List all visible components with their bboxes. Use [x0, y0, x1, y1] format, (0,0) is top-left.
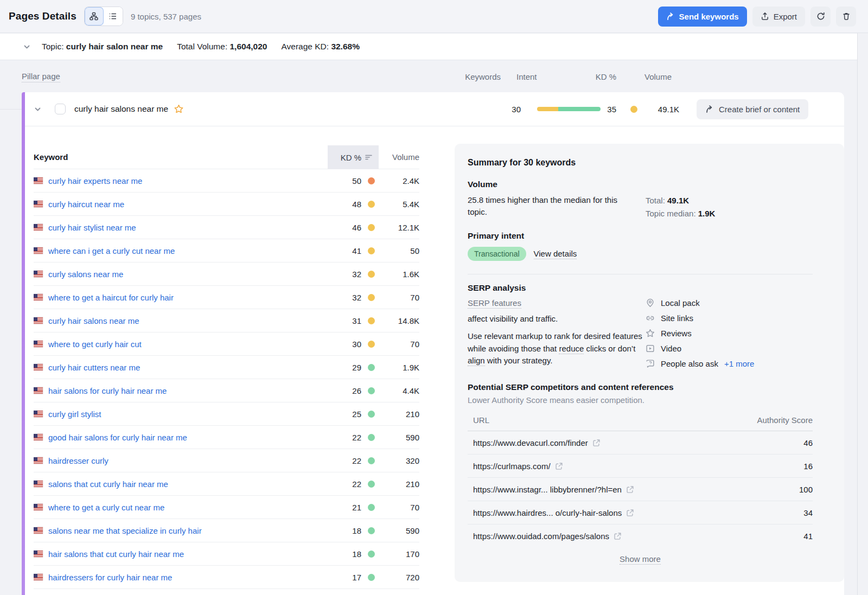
topic-name: Topic: curly hair salon near me	[42, 42, 163, 52]
keyword-row: curly hair cutters near me 29 1.9K	[34, 356, 419, 379]
send-keywords-button[interactable]: Send keywords	[658, 7, 747, 27]
keyword-row: hairdresser curly 22 320	[34, 449, 419, 472]
serp-features-list: Local pack Site links	[646, 283, 813, 368]
keyword-kd-value: 32	[329, 293, 361, 302]
keyword-link[interactable]: where to get a haircut for curly hair	[48, 293, 174, 302]
send-arrow-icon	[705, 105, 714, 113]
pillar-collapse-chevron-icon[interactable]	[34, 105, 42, 113]
kd-dot	[368, 387, 375, 394]
keyword-row: where to get a haircut for curly hair 32…	[34, 286, 419, 309]
topics-summary: 9 topics, 537 pages	[131, 12, 201, 21]
sort-descending-icon	[365, 154, 372, 161]
serp-features-link[interactable]: SERP features	[468, 298, 521, 309]
keyword-link[interactable]: hairdressers for curly hair near me	[48, 573, 172, 582]
view-toggle	[84, 7, 123, 26]
list-view-button[interactable]	[104, 7, 123, 25]
competitors-table-header: URL Authority Score	[468, 415, 813, 431]
competitor-authority-score: 100	[799, 485, 813, 494]
keyword-row: salons that cut curly hair near me 22 21…	[34, 472, 419, 496]
keyword-kd-value: 48	[329, 200, 361, 209]
us-flag-icon	[34, 551, 43, 557]
pillar-row: curly hair salons near me 30 35 49.1K Cr…	[25, 92, 844, 126]
keyword-row: where to get curly hair cut 30 70	[34, 332, 419, 356]
header-volume[interactable]: Volume	[375, 152, 419, 162]
keyword-volume-value: 210	[375, 410, 419, 419]
video-icon	[646, 344, 655, 353]
keyword-link[interactable]: good hair salons for curly hair near me	[48, 433, 187, 442]
header-kd-sort[interactable]: KD %	[328, 145, 379, 169]
competitor-url-link[interactable]: https://curlmaps.com/	[473, 462, 563, 471]
align-link[interactable]: align	[468, 356, 485, 366]
kd-dot	[368, 434, 375, 441]
feature-reviews: Reviews	[646, 329, 813, 338]
pillar-checkbox[interactable]	[55, 104, 66, 114]
refresh-button[interactable]	[810, 7, 831, 27]
column-volume: Volume	[644, 72, 672, 81]
kd-dot	[368, 341, 375, 348]
competitors-table-body: https://www.devacurl.com/finder 46 https…	[468, 431, 813, 548]
serp-paragraph: Use relevant markup to rank for desired …	[468, 330, 642, 367]
kd-dot	[368, 294, 375, 301]
keyword-link[interactable]: curly hair cutters near me	[48, 363, 140, 372]
competitor-row: https://www.devacurl.com/finder 46	[468, 431, 813, 455]
pillar-page-label: Pillar page	[22, 72, 60, 82]
send-arrow-icon	[666, 12, 675, 21]
reduce-link[interactable]: reduce	[559, 344, 584, 354]
keyword-link[interactable]: hairdresser curly	[48, 456, 108, 465]
keyword-link[interactable]: hair salons for curly hair near me	[48, 386, 167, 395]
keyword-volume-value: 12.1K	[375, 223, 419, 232]
us-flag-icon	[34, 387, 43, 394]
pillar-accent-bar	[22, 92, 25, 595]
view-details-link[interactable]: View details	[534, 249, 577, 259]
keyword-volume-value: 320	[375, 456, 419, 465]
keyword-link[interactable]: curly hair experts near me	[48, 176, 142, 185]
delete-button[interactable]	[836, 7, 856, 27]
kd-dot	[368, 271, 375, 278]
reviews-star-icon	[646, 329, 655, 338]
column-keywords: Keywords	[458, 72, 501, 81]
keyword-volume-value: 210	[375, 479, 419, 489]
people-also-ask-icon	[646, 359, 655, 368]
competitor-authority-score: 46	[803, 438, 813, 447]
keyword-volume-value: 590	[375, 526, 419, 535]
keyword-link[interactable]: where can i get a curly cut near me	[48, 246, 175, 255]
keyword-link[interactable]: curly haircut near me	[48, 200, 124, 209]
keyword-link[interactable]: salons near me that specialize in curly …	[48, 526, 202, 535]
keyword-kd-value: 32	[329, 270, 361, 279]
competitor-url-link[interactable]: https://www.ouidad.com/pages/salons	[473, 532, 622, 541]
create-brief-button[interactable]: Create brief or content	[697, 99, 808, 119]
kd-dot	[368, 457, 375, 464]
keyword-link[interactable]: hair salons that cut curly hair near me	[48, 549, 184, 559]
top-bar: Pages Details 9 topics, 537 pages	[0, 0, 868, 33]
competitors-heading: Potential SERP competitors and content r…	[468, 382, 813, 392]
keyword-volume-value: 170	[375, 549, 419, 559]
keyword-link[interactable]: salons that cut curly hair near me	[48, 479, 168, 489]
keyword-link[interactable]: curly hair stylist near me	[48, 223, 136, 232]
keyword-link[interactable]: where to get a curly cut near me	[48, 503, 164, 512]
star-icon[interactable]	[174, 104, 184, 114]
keyword-link[interactable]: where to get curly hair cut	[48, 340, 142, 349]
external-link-icon	[614, 532, 622, 540]
us-flag-icon	[34, 177, 43, 184]
competitor-authority-score: 16	[803, 462, 813, 471]
column-kd: KD %	[584, 72, 616, 81]
us-flag-icon	[34, 481, 43, 487]
tree-view-button[interactable]	[85, 7, 104, 25]
keyword-link[interactable]: curly hair salons near me	[48, 316, 139, 325]
keyword-table-header: Keyword KD % Volume	[34, 145, 419, 169]
topic-collapse-chevron-icon[interactable]	[23, 43, 31, 51]
export-button[interactable]: Export	[752, 7, 805, 27]
pillar-title[interactable]: curly hair salons near me	[74, 104, 168, 114]
competitor-url-link[interactable]: https://www.hairdres... o/curly-hair-sal…	[473, 508, 634, 517]
more-features-link[interactable]: +1 more	[724, 359, 754, 368]
keyword-link[interactable]: curly salons near me	[48, 270, 123, 279]
topbar-actions: Send keywords Export	[658, 7, 856, 27]
competitor-url-link[interactable]: https://www.instagr... libbybrenner/?hl=…	[473, 485, 634, 494]
keyword-link[interactable]: curly girl stylist	[48, 410, 101, 419]
topic-average-kd: Average KD: 32.68%	[281, 42, 359, 52]
authority-score-header: Authority Score	[757, 415, 813, 425]
keyword-row: salons near me that specialize in curly …	[34, 519, 419, 542]
show-more-link[interactable]: Show more	[620, 554, 661, 565]
keyword-volume-value: 5.4K	[375, 200, 419, 209]
competitor-url-link[interactable]: https://www.devacurl.com/finder	[473, 438, 601, 447]
